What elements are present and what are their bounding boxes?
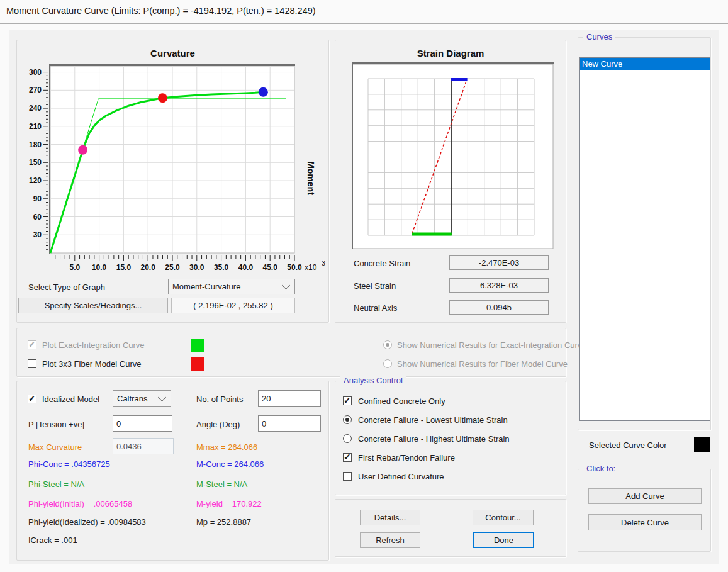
select-graph-label: Select Type of Graph xyxy=(28,283,105,292)
svg-text:270: 270 xyxy=(29,86,42,94)
cursor-coordinates: ( 2.196E-02 , 255.82 ) xyxy=(171,298,295,313)
plot-exact-checkbox[interactable] xyxy=(28,340,36,349)
dialog-body: Curvature 5.010.015.020.025.030.035.040.… xyxy=(9,30,719,564)
svg-text:15.0: 15.0 xyxy=(116,263,132,272)
svg-text:25.0: 25.0 xyxy=(165,263,180,272)
plot-exact-label: Plot Exact-Integration Curve xyxy=(42,340,145,350)
points-input[interactable] xyxy=(258,390,321,407)
idealized-model-value: Caltrans xyxy=(117,394,147,403)
details-button[interactable]: Details... xyxy=(360,510,420,525)
plot-options-panel: Plot Exact-Integration Curve Show Numeri… xyxy=(16,328,566,377)
specify-scales-button[interactable]: Specify Scales/Headings... xyxy=(18,298,168,313)
angle-label: Angle (Deg) xyxy=(196,420,240,429)
first-rebar-failure-checkbox[interactable] xyxy=(343,453,352,462)
highest-ultimate-strain-label: Concrete Failure - Highest Ultimate Stra… xyxy=(358,434,510,444)
svg-text:45.0: 45.0 xyxy=(263,263,278,272)
m-steel-value: M-Steel = N/A xyxy=(196,479,247,489)
click-to-legend: Click to: xyxy=(583,464,619,473)
refresh-button[interactable]: Refresh xyxy=(360,532,420,548)
exact-curve-color-swatch[interactable] xyxy=(191,339,204,352)
graph-type-value: Moment-Curvature xyxy=(172,282,240,291)
p-tension-label: P [Tension +ve] xyxy=(28,420,84,429)
user-defined-curvature-label: User Defined Curvature xyxy=(358,472,444,481)
max-curvature-label: Max Curvature xyxy=(28,442,82,452)
chevron-down-icon xyxy=(282,281,290,289)
angle-input[interactable] xyxy=(258,415,321,432)
confined-concrete-label: Confined Concrete Only xyxy=(358,396,445,406)
analysis-control-legend: Analysis Control xyxy=(340,376,406,385)
icrack-value: ICrack = .001 xyxy=(28,536,77,545)
title-separator xyxy=(0,23,728,24)
add-curve-button[interactable]: Add Curve xyxy=(588,488,702,504)
steel-strain-label: Steel Strain xyxy=(354,281,396,291)
delete-curve-button[interactable]: Delete Curve xyxy=(588,514,702,530)
selected-curve-color-swatch[interactable] xyxy=(694,437,710,452)
strain-diagram-panel: Strain Diagram Concrete Strain -2.470E-0… xyxy=(335,40,566,323)
curve-list-item[interactable]: New Curve xyxy=(580,58,710,70)
points-label: No. of Points xyxy=(196,395,243,404)
svg-text:40.0: 40.0 xyxy=(238,263,254,272)
action-buttons-group: Details... Contour... Refresh Done xyxy=(335,499,566,557)
svg-text:150: 150 xyxy=(29,158,42,167)
svg-text:240: 240 xyxy=(29,104,42,113)
confined-concrete-checkbox[interactable] xyxy=(343,396,352,405)
strain-diagram-chart xyxy=(335,59,566,255)
show-results-fiber-radio[interactable] xyxy=(383,359,392,368)
svg-text:Moment: Moment xyxy=(306,161,316,195)
svg-text:90: 90 xyxy=(33,194,42,203)
first-rebar-failure-label: First Rebar/Tendon Failure xyxy=(358,453,455,463)
p-tension-input[interactable] xyxy=(113,415,172,432)
plot-fiber-checkbox[interactable] xyxy=(28,359,36,368)
svg-text:300: 300 xyxy=(29,68,42,77)
concrete-strain-label: Concrete Strain xyxy=(354,259,410,268)
svg-text:120: 120 xyxy=(29,176,42,185)
svg-text:5.0: 5.0 xyxy=(69,263,80,272)
chevron-down-icon xyxy=(158,393,166,401)
m-yield-value: M-yield = 170.922 xyxy=(196,499,262,508)
svg-text:-3: -3 xyxy=(320,260,325,267)
phi-yield-initial-value: Phi-yield(Initial) = .00665458 xyxy=(28,499,132,508)
contour-button[interactable]: Contour... xyxy=(473,510,534,525)
user-defined-curvature-checkbox[interactable] xyxy=(343,472,352,481)
curves-listbox[interactable]: New Curve xyxy=(579,57,710,421)
analysis-control-group: Analysis Control Confined Concrete Only … xyxy=(335,381,566,495)
phi-conc-value: Phi-Conc = .04356725 xyxy=(28,459,110,469)
lowest-ultimate-strain-radio[interactable] xyxy=(343,415,352,424)
svg-text:180: 180 xyxy=(29,140,42,149)
mmax-value: Mmax = 264.066 xyxy=(196,442,257,452)
plot-fiber-label: Plot 3x3 Fiber Model Curve xyxy=(42,359,142,369)
show-results-exact-label: Show Numerical Results for Exact-Integra… xyxy=(397,340,586,350)
m-conc-value: M-Conc = 264.066 xyxy=(196,459,264,469)
selected-curve-color-label: Selected Curve Color xyxy=(589,440,667,450)
svg-text:x10: x10 xyxy=(305,263,317,272)
window-title: Moment Curvature Curve (Limits: P(comp.)… xyxy=(6,6,316,16)
mp-value: Mp = 252.8887 xyxy=(196,517,251,527)
graph-type-select[interactable]: Moment-Curvature xyxy=(168,279,295,294)
svg-text:30.0: 30.0 xyxy=(189,263,204,272)
curvature-panel: Curvature 5.010.015.020.025.030.035.040.… xyxy=(16,40,329,323)
strain-diagram-title: Strain Diagram xyxy=(335,48,566,59)
idealized-model-select[interactable]: Caltrans xyxy=(113,390,171,407)
svg-text:210: 210 xyxy=(29,122,42,131)
svg-text:20.0: 20.0 xyxy=(141,263,156,272)
show-results-exact-radio[interactable] xyxy=(383,340,392,349)
idealized-model-label: Idealized Model xyxy=(42,395,99,404)
svg-text:30: 30 xyxy=(33,230,42,239)
phi-yield-idealized-value: Phi-yield(Idealized) = .00984583 xyxy=(28,517,146,527)
curves-legend: Curves xyxy=(583,32,615,42)
svg-text:10.0: 10.0 xyxy=(92,263,107,272)
click-to-group: Click to: Add Curve Delete Curve xyxy=(578,469,711,552)
idealized-model-checkbox[interactable] xyxy=(28,395,36,403)
moment-curvature-chart[interactable]: 5.010.015.020.025.030.035.040.045.050.0x… xyxy=(17,62,328,279)
concrete-strain-value: -2.470E-03 xyxy=(449,255,549,270)
curves-group: Curves New Curve xyxy=(578,37,711,430)
fiber-curve-color-swatch[interactable] xyxy=(191,357,204,371)
lowest-ultimate-strain-label: Concrete Failure - Lowest Ultimate Strai… xyxy=(358,415,508,425)
max-curvature-input xyxy=(113,438,174,454)
svg-text:50.0: 50.0 xyxy=(287,263,302,272)
steel-strain-value: 6.328E-03 xyxy=(449,278,549,293)
done-button[interactable]: Done xyxy=(473,532,534,548)
svg-text:35.0: 35.0 xyxy=(214,263,229,272)
highest-ultimate-strain-radio[interactable] xyxy=(343,434,352,443)
parameters-panel: Idealized Model Caltrans No. of Points P… xyxy=(16,381,329,561)
